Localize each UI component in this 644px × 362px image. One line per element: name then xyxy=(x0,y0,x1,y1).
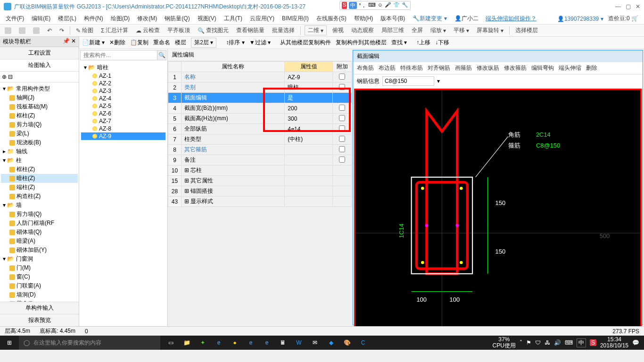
nav-node[interactable]: 构造柱(Z) xyxy=(1,192,78,201)
nav-node[interactable]: 梁(L) xyxy=(1,129,78,138)
app-browser-icon[interactable]: ● xyxy=(227,336,242,350)
account-label[interactable]: 👤13907298339 ▾ xyxy=(557,16,603,22)
section-tab[interactable]: 端头伸缩 xyxy=(559,64,581,72)
nav-node[interactable]: 墙洞(D) xyxy=(1,290,78,299)
search-input[interactable] xyxy=(81,50,157,60)
prop-row[interactable]: 3截面编辑是 xyxy=(168,93,352,103)
new-comp-button[interactable]: 📄新建 ▾ xyxy=(82,39,105,47)
app-mail-icon[interactable]: ✉ xyxy=(307,336,322,350)
section-tab[interactable]: 修改箍筋 xyxy=(504,64,527,72)
prop-checkbox[interactable] xyxy=(339,136,345,142)
local-3d-button[interactable]: 局部三维 xyxy=(380,26,406,35)
menu-version[interactable]: 版本号(B) xyxy=(378,14,408,24)
tray-vol-icon[interactable]: 🔊 xyxy=(554,339,561,346)
tray-up-icon[interactable]: ˄ xyxy=(520,339,522,346)
rename-comp-button[interactable]: 重命名 xyxy=(153,39,170,47)
nav-node[interactable]: 剪力墙(Q) xyxy=(1,120,78,129)
prop-row[interactable]: 4截面宽(B边)(mm)200 xyxy=(168,103,352,114)
app-word-icon[interactable]: W xyxy=(291,336,306,350)
task-view-icon[interactable]: ▭ xyxy=(163,336,178,350)
undo-button[interactable]: ↶ xyxy=(45,27,54,34)
comp-item[interactable]: AZ-6 xyxy=(81,110,165,117)
prop-row[interactable]: 2类别暗柱 xyxy=(168,82,352,93)
ime-emoji-icon[interactable]: ☺ xyxy=(378,2,383,9)
section-canvas[interactable]: 500 150 150 xyxy=(354,89,642,326)
2d-dropdown[interactable]: 二维 ▾ xyxy=(305,25,327,35)
nav-node[interactable]: 砌体加筋(Y) xyxy=(1,246,78,255)
floor-dropdown[interactable]: 第2层 ▾ xyxy=(191,38,216,48)
align-top-button[interactable]: 平齐板顶 xyxy=(165,26,192,35)
batch-select-button[interactable]: 批量选择 xyxy=(270,26,297,35)
filter-button[interactable]: ▼过滤 ▾ xyxy=(249,39,271,47)
nav-node[interactable]: 门(M) xyxy=(1,263,78,272)
notifications-icon[interactable]: 💬 xyxy=(632,339,639,346)
cloud-check-button[interactable]: ☁云检查 xyxy=(134,26,162,35)
comp-item[interactable]: AZ-9 xyxy=(81,132,165,140)
ime-keyboard-icon[interactable]: ⌨ xyxy=(368,2,376,9)
app-edge-icon[interactable]: e xyxy=(211,336,226,350)
new-file-button[interactable] xyxy=(3,27,13,34)
menu-tools[interactable]: 工具(T) xyxy=(221,14,245,24)
nav-node[interactable]: ▾ 📂 门窗洞 xyxy=(1,255,78,263)
close-button[interactable]: ✕ xyxy=(636,3,640,10)
nav-node[interactable]: ▾ 📂 常用构件类型 xyxy=(1,84,78,93)
nav-node[interactable]: 框柱(Z) xyxy=(1,111,78,120)
draw-button[interactable]: ✎绘图 xyxy=(74,26,95,35)
nav-node[interactable]: 暗柱(Z) xyxy=(1,174,78,183)
help-link[interactable]: 端头伸缩如何操作？ xyxy=(486,15,537,23)
comp-item[interactable]: AZ-8 xyxy=(81,125,165,132)
assistant-button[interactable]: 👤广小二 xyxy=(452,14,481,24)
prop-row[interactable]: 7柱类型(中柱) xyxy=(168,134,352,145)
find-element-button[interactable]: 🔍查找图元 xyxy=(196,26,231,35)
nav-tree[interactable]: ▾ 📂 常用构件类型 轴网(J) 筏板基础(M) 框柱(Z) 剪力墙(Q) 梁(… xyxy=(0,82,79,302)
app-edge2-icon[interactable]: e xyxy=(243,336,258,350)
menu-cloud[interactable]: 云应用(Y) xyxy=(247,14,277,24)
section-tab[interactable]: 画箍筋 xyxy=(455,64,472,72)
prop-row[interactable]: 15⊞ 其它属性 xyxy=(168,176,352,186)
ime-skin-icon[interactable]: 👕 xyxy=(393,2,400,9)
nav-tab-report[interactable]: 报表预览 xyxy=(0,314,79,326)
nav-tab-single[interactable]: 单构件输入 xyxy=(0,302,79,314)
menu-floor[interactable]: 楼层(L) xyxy=(55,14,79,24)
open-file-button[interactable] xyxy=(17,27,27,34)
prop-checkbox[interactable] xyxy=(339,125,345,132)
maximize-button[interactable]: ▢ xyxy=(626,3,631,10)
rebar-info-dropdown[interactable]: ▾ xyxy=(437,78,440,84)
fullscreen-button[interactable]: 全屏 xyxy=(410,26,425,35)
clock[interactable]: 15:34 2018/10/15 xyxy=(600,337,628,349)
zoom-button[interactable]: 缩放 ▾ xyxy=(429,26,448,35)
tray-flag-icon[interactable]: ⚑ xyxy=(526,339,531,346)
nav-node[interactable]: 砌体墙(Q) xyxy=(1,228,78,237)
section-tab[interactable]: 布角筋 xyxy=(357,64,374,72)
new-change-button[interactable]: 🔧新建变更 ▾ xyxy=(410,14,449,24)
menu-help[interactable]: 帮助(H) xyxy=(351,14,376,24)
prop-row[interactable]: 10⊞ 芯柱 xyxy=(168,165,352,176)
menu-file[interactable]: 文件(F) xyxy=(3,14,27,24)
prop-row[interactable]: 9备注 xyxy=(168,155,352,165)
nav-mode-icons[interactable]: ⊕ ⊟ xyxy=(0,72,79,82)
prop-checkbox[interactable] xyxy=(339,156,345,163)
nav-node[interactable]: 窗(C) xyxy=(1,272,78,281)
app-explorer-icon[interactable]: 📁 xyxy=(179,336,194,350)
menu-edit[interactable]: 编辑(E) xyxy=(29,14,53,24)
component-tree[interactable]: ▾ 📂 暗柱 AZ-1 AZ-2 AZ-3 AZ-4 AZ-5 AZ-6 AZ-… xyxy=(79,61,167,326)
prop-row[interactable]: 8其它箍筋 xyxy=(168,145,352,155)
tray-ime[interactable]: 中 xyxy=(577,338,586,347)
sum-button[interactable]: Σ 汇总计算 xyxy=(99,26,130,35)
app-calc-icon[interactable]: 🖩 xyxy=(275,336,290,350)
section-tab[interactable]: 特殊布筋 xyxy=(400,64,423,72)
prop-row[interactable]: 28⊞ 锚固搭接 xyxy=(168,186,352,197)
pan-button[interactable]: 平移 ▾ xyxy=(452,26,471,35)
section-tab[interactable]: 删除 xyxy=(586,64,597,72)
nav-node[interactable]: 端柱(Z) xyxy=(1,183,78,192)
nav-tab-project[interactable]: 工程设置 xyxy=(0,47,79,59)
select-floor-button[interactable]: 选择楼层 xyxy=(513,26,540,35)
prop-checkbox[interactable] xyxy=(339,84,345,90)
app-paint-icon[interactable]: 🎨 xyxy=(339,336,355,350)
prop-row[interactable]: 6全部纵筋4⌀14 xyxy=(168,124,352,134)
prop-row[interactable]: 5截面高(H边)(mm)300 xyxy=(168,114,352,124)
move-down-button[interactable]: ↓下移 xyxy=(435,39,449,47)
comp-item[interactable]: AZ-5 xyxy=(81,102,165,110)
section-tab[interactable]: 对齐钢筋 xyxy=(428,64,450,72)
menu-rebar[interactable]: 钢筋量(Q) xyxy=(162,14,192,24)
